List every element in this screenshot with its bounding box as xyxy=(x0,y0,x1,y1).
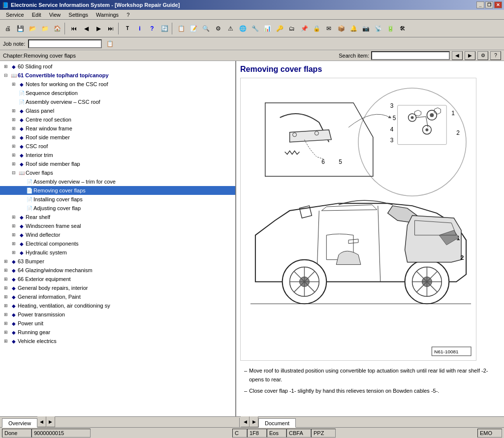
tb-b11[interactable]: 📌 xyxy=(298,23,310,34)
search-help-button[interactable]: ? xyxy=(490,51,501,60)
tb-b2[interactable]: 📝 xyxy=(188,23,199,34)
toggle-61-glass[interactable]: ⊞ xyxy=(10,107,18,115)
menu-warnings[interactable]: Warnings xyxy=(92,11,123,19)
tree-item-gen-body[interactable]: ⊞ ◆ General body repairs, interior xyxy=(0,283,235,292)
tree-item-electrics[interactable]: ⊞ ◆ Vehicle electrics xyxy=(0,337,235,345)
toggle-running[interactable]: ⊞ xyxy=(2,328,10,336)
tab-overview[interactable]: Overview xyxy=(2,418,37,428)
tree-item-61-cov-adj[interactable]: 📄 Adjusting cover flap xyxy=(0,204,235,213)
toggle-power-unit[interactable]: ⊞ xyxy=(2,319,10,327)
menu-edit[interactable]: Edit xyxy=(28,11,45,19)
tb-b9[interactable]: 🔑 xyxy=(274,23,285,34)
tree-item-66[interactable]: ⊞ ◆ 66 Exterior equipment xyxy=(0,275,235,283)
tree-item-61-cov-rem[interactable]: 📄 Removing cover flaps xyxy=(0,186,235,195)
last-button[interactable]: ⏭ xyxy=(105,23,117,34)
menu-view[interactable]: View xyxy=(45,11,65,19)
tb-b10[interactable]: 🗂 xyxy=(286,23,298,34)
toggle-gen-paint[interactable]: ⊞ xyxy=(2,293,10,301)
toggle-61-centre[interactable]: ⊞ xyxy=(10,116,18,124)
tab-nav-left[interactable]: ◀ xyxy=(37,416,46,427)
toggle-61-hyd[interactable]: ⊞ xyxy=(10,249,18,256)
doc-tab-nav-right[interactable]: ▶ xyxy=(250,416,258,427)
toggle-61-rear[interactable]: ⊞ xyxy=(10,125,18,132)
tree-item-heating[interactable]: ⊞ ◆ Heating, ventilation, air conditioni… xyxy=(0,301,235,310)
toggle-61-wind[interactable]: ⊞ xyxy=(10,222,18,230)
info-button[interactable]: i xyxy=(134,23,146,34)
menu-settings[interactable]: Settings xyxy=(64,11,92,19)
tree-item-power-unit[interactable]: ⊞ ◆ Power unit xyxy=(0,319,235,328)
tb-b1[interactable]: 📋 xyxy=(175,23,187,34)
tree-item-61-deflector[interactable]: ⊞ ◆ Wind deflector xyxy=(0,230,235,239)
tb-b14[interactable]: 📦 xyxy=(335,23,347,34)
tree-item-61-elec[interactable]: ⊞ ◆ Electrical components xyxy=(0,239,235,248)
tree-item-61-flap[interactable]: ⊞ ◆ Roof side member flap xyxy=(0,159,235,168)
doc-tab-nav-left[interactable]: ◀ xyxy=(241,416,250,427)
tree-item-63[interactable]: ⊞ ◆ 63 Bumper xyxy=(0,257,235,266)
open-button[interactable]: 📂 xyxy=(27,23,38,34)
toggle-61-cover[interactable]: ⊟ xyxy=(10,169,18,177)
tree-item-61-cover[interactable]: ⊟ 📖 Cover flaps xyxy=(0,168,235,177)
tb-b18[interactable]: 🔋 xyxy=(384,23,396,34)
tb-b12[interactable]: 🔒 xyxy=(311,23,322,34)
toggle-61-notes[interactable]: ⊞ xyxy=(10,80,18,88)
restore-button[interactable]: ❐ xyxy=(485,1,493,8)
refresh-button[interactable]: 🔄 xyxy=(158,23,170,34)
toggle-61-csc[interactable]: ⊞ xyxy=(10,142,18,150)
prev-button[interactable]: ◀ xyxy=(80,23,92,34)
tree-item-64[interactable]: ⊞ ◆ 64 Glazing/window mechanism xyxy=(0,266,235,275)
tree-item-61-centre[interactable]: ⊞ ◆ Centre roof section xyxy=(0,115,235,124)
toggle-heating[interactable]: ⊞ xyxy=(2,302,10,310)
tb-b5[interactable]: ⚠ xyxy=(224,23,236,34)
tb-b16[interactable]: 📷 xyxy=(360,23,372,34)
tb-b3[interactable]: 🔍 xyxy=(200,23,212,34)
search-back-button[interactable]: ◀ xyxy=(452,51,463,60)
toggle-61-int[interactable]: ⊞ xyxy=(10,151,18,159)
tb-b6[interactable]: 🌐 xyxy=(237,23,249,34)
floppy-button[interactable]: 💾 xyxy=(14,23,26,34)
tree-item-61-rear[interactable]: ⊞ ◆ Rear window frame xyxy=(0,124,235,133)
tree-item-61-asm[interactable]: 📄 Assembly overview – CSC roof xyxy=(0,97,235,106)
close-button[interactable]: ✕ xyxy=(494,1,502,8)
tree-item-61-side[interactable]: ⊞ ◆ Roof side member xyxy=(0,133,235,142)
tree-item-61-wind[interactable]: ⊞ ◆ Windscreen frame seal xyxy=(0,221,235,230)
toggle-61-flap[interactable]: ⊞ xyxy=(10,160,18,168)
tree-item-61-seq[interactable]: 📄 Sequence description xyxy=(0,89,235,97)
tree-item-running[interactable]: ⊞ ◆ Running gear xyxy=(0,328,235,337)
tb-b17[interactable]: 📡 xyxy=(372,23,384,34)
toggle-66[interactable]: ⊞ xyxy=(2,275,10,283)
search-option-button[interactable]: ⚙ xyxy=(477,51,488,60)
next-button[interactable]: ▶ xyxy=(93,23,104,34)
text-button[interactable]: T xyxy=(122,23,133,34)
tb-b13[interactable]: ✉ xyxy=(323,23,335,34)
tree-item-61-hyd[interactable]: ⊞ ◆ Hydraulic system xyxy=(0,248,235,257)
tb-b15[interactable]: 🔔 xyxy=(347,23,359,34)
toggle-60[interactable]: ⊞ xyxy=(2,63,10,70)
toggle-64[interactable]: ⊞ xyxy=(2,266,10,274)
toggle-61[interactable]: ⊟ xyxy=(2,71,10,79)
job-note-input[interactable] xyxy=(28,39,102,48)
tb-b7[interactable]: 🔧 xyxy=(249,23,261,34)
help-button[interactable]: ? xyxy=(146,23,158,34)
tb-b8[interactable]: 📊 xyxy=(261,23,273,34)
toggle-gen-body[interactable]: ⊞ xyxy=(2,284,10,292)
tree-item-60[interactable]: ⊞ ◆ 60 Sliding roof xyxy=(0,62,235,71)
menu-service[interactable]: Service xyxy=(2,11,28,19)
home-button[interactable]: 🏠 xyxy=(51,23,63,34)
tree-item-61-csc[interactable]: ⊞ ◆ CSC roof xyxy=(0,142,235,151)
tb-b4[interactable]: ⚙ xyxy=(212,23,224,34)
tab-nav-right[interactable]: ▶ xyxy=(46,416,55,427)
toggle-61-rearshelf[interactable]: ⊞ xyxy=(10,213,18,221)
minimize-button[interactable]: _ xyxy=(476,1,484,8)
toggle-electrics[interactable]: ⊞ xyxy=(2,337,10,345)
toggle-power-trans[interactable]: ⊞ xyxy=(2,311,10,318)
toggle-63[interactable]: ⊞ xyxy=(2,257,10,265)
first-button[interactable]: ⏮ xyxy=(68,23,80,34)
tab-document[interactable]: Document xyxy=(258,418,296,428)
menu-help[interactable]: ? xyxy=(123,11,133,19)
job-note-button[interactable]: 📋 xyxy=(105,39,115,49)
tree-item-61-glass[interactable]: ⊞ ◆ Glass panel xyxy=(0,106,235,115)
toggle-61-elec[interactable]: ⊞ xyxy=(10,240,18,248)
search-forward-button[interactable]: ▶ xyxy=(465,51,475,60)
save-button[interactable]: 📁 xyxy=(39,23,51,34)
tree-item-61-int[interactable]: ⊞ ◆ Interior trim xyxy=(0,151,235,159)
